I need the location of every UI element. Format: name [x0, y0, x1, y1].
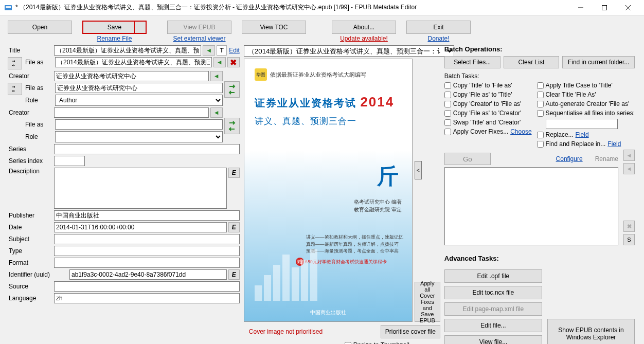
- title-fileas-copy-button[interactable]: ◄: [213, 57, 226, 67]
- description-input[interactable]: [54, 168, 227, 209]
- type-label: Type: [8, 247, 54, 255]
- save-button[interactable]: Save: [82, 21, 147, 34]
- subject-label: Subject: [8, 236, 54, 243]
- chk-copy-fileas-title[interactable]: [444, 92, 451, 98]
- link-row: Rename File Set external viewer Update a…: [0, 35, 644, 45]
- cover-panel: （2014最新版）证券业从业资格考试讲义、真题、预测三合一：讠 华图 依据最新证…: [244, 45, 440, 344]
- title-label: Title: [8, 47, 54, 54]
- creator2-swap-button[interactable]: [224, 118, 240, 134]
- chk-copy-creator-fileas[interactable]: [444, 101, 451, 107]
- sequentialise-input[interactable]: [546, 119, 618, 129]
- log-left2-button[interactable]: ◄: [623, 163, 635, 174]
- metadata-form: Title ◄ T Edit File as ◄ ✖: [8, 45, 240, 344]
- chk-copy-fileas-creator[interactable]: [444, 110, 451, 117]
- edit-toc-button[interactable]: Edit toc.ncx file: [444, 286, 542, 299]
- edit-file-button[interactable]: Edit file...: [444, 319, 542, 332]
- date-input[interactable]: [54, 222, 227, 232]
- type-input[interactable]: [54, 246, 240, 256]
- configure-link[interactable]: Configure: [556, 155, 583, 162]
- series-index-input[interactable]: [54, 156, 85, 166]
- subject-input[interactable]: [54, 234, 240, 244]
- findreplace-field-link[interactable]: Field: [607, 140, 621, 148]
- creator1-swap-button[interactable]: [224, 81, 240, 98]
- resize-thumbnail-checkbox[interactable]: [345, 342, 351, 345]
- chk-replace[interactable]: [537, 132, 544, 138]
- title-edit-link[interactable]: Edit: [229, 47, 240, 54]
- title-fileas-delete-button[interactable]: ✖: [227, 57, 240, 67]
- chk-swap-title-creator[interactable]: [444, 119, 451, 126]
- set-external-viewer-link[interactable]: Set external viewer: [167, 35, 231, 42]
- creator1-fileas-label: File as: [24, 84, 55, 92]
- choose-link[interactable]: Choose: [510, 128, 531, 135]
- chk-apply-cover-fixes[interactable]: [444, 129, 451, 135]
- clear-list-button[interactable]: Clear List: [504, 56, 560, 68]
- creator2-role-select[interactable]: [55, 131, 223, 142]
- format-input[interactable]: [54, 258, 240, 268]
- series-input[interactable]: [54, 144, 240, 154]
- go-button[interactable]: Go: [444, 153, 491, 165]
- title-fileas-input[interactable]: [55, 57, 212, 67]
- cover-brand-text: 依据最新证券业从业资格考试大纲编写: [270, 71, 366, 79]
- series-index-label: Series index: [8, 157, 54, 165]
- chk-clear-title-fileas[interactable]: [537, 92, 544, 98]
- language-label: Language: [8, 295, 54, 302]
- log-x-button[interactable]: ✖: [623, 221, 635, 232]
- title-copy-button[interactable]: ◄: [203, 45, 215, 56]
- chk-title-case[interactable]: [537, 82, 544, 89]
- publisher-input[interactable]: [54, 210, 240, 221]
- replace-field-link[interactable]: Field: [576, 131, 589, 138]
- about-button[interactable]: About...: [332, 21, 396, 34]
- source-input[interactable]: [54, 281, 240, 292]
- advanced-heading: Advanced Tasks:: [444, 255, 635, 262]
- creator2-copy-button[interactable]: ◄: [210, 107, 223, 118]
- view-file-button[interactable]: View file...: [444, 335, 542, 344]
- creator1-fileas-input[interactable]: [55, 83, 223, 93]
- batch-heading: Batch Operations:: [444, 45, 635, 53]
- chk-copy-title-fileas[interactable]: [444, 82, 451, 89]
- title-t-button[interactable]: T: [217, 45, 227, 56]
- creator1-input[interactable]: [54, 71, 209, 81]
- chk-find-replace[interactable]: [537, 141, 544, 148]
- creator2-input[interactable]: [54, 107, 209, 118]
- prioritise-cover-button[interactable]: Prioritise cover file: [381, 325, 440, 338]
- show-contents-button[interactable]: Show EPUB contents in Windows Explorer: [547, 319, 635, 344]
- edit-opf-button[interactable]: Edit .opf file: [444, 269, 542, 283]
- exit-button[interactable]: Exit: [406, 21, 471, 34]
- file-selector[interactable]: （2014最新版）证券业从业资格考试讲义、真题、预测三合一：讠: [244, 45, 454, 57]
- open-button[interactable]: Open: [8, 21, 72, 34]
- title-input[interactable]: [54, 45, 201, 56]
- creator1-role-select[interactable]: Author: [55, 95, 223, 106]
- log-s-button[interactable]: S: [623, 234, 635, 245]
- creator1-copy-button[interactable]: ◄: [210, 71, 223, 81]
- apply-all-cover-fixes-button[interactable]: Apply all Cover Fixes and Save EPUB: [415, 282, 440, 322]
- close-button[interactable]: [616, 0, 640, 15]
- chk-sequentialise[interactable]: [537, 110, 544, 117]
- update-available-link[interactable]: Update available!: [332, 35, 396, 42]
- cover-glyph: 斤: [377, 162, 399, 191]
- creator2-label: Creator: [8, 109, 54, 116]
- title-reorder-button[interactable]: [8, 57, 22, 69]
- chk-autogen-creator-fileas[interactable]: [537, 101, 544, 107]
- creator2-fileas-label: File as: [24, 121, 55, 128]
- find-in-folder-button[interactable]: Find in current folder...: [562, 56, 635, 68]
- log-textarea[interactable]: [444, 167, 618, 245]
- creator2-fileas-input[interactable]: [55, 119, 223, 130]
- donate-link[interactable]: Donate!: [406, 35, 471, 42]
- creator1-role-label: Role: [24, 97, 55, 104]
- language-input[interactable]: [54, 293, 240, 303]
- view-epub-button[interactable]: View EPUB: [167, 21, 231, 34]
- collapse-handle[interactable]: <: [415, 161, 422, 179]
- identifier-e-button[interactable]: E: [228, 269, 240, 280]
- view-toc-button[interactable]: View TOC: [242, 21, 306, 34]
- creator1-reorder-button[interactable]: [8, 83, 22, 95]
- log-left-button[interactable]: ◄: [623, 150, 635, 161]
- minimize-button[interactable]: [569, 0, 593, 15]
- date-e-button[interactable]: E: [228, 222, 240, 232]
- svg-rect-4: [602, 5, 607, 10]
- rename-file-link[interactable]: Rename File: [82, 35, 147, 42]
- select-files-button[interactable]: Select Files...: [444, 56, 500, 68]
- description-e-button[interactable]: E: [228, 168, 240, 178]
- maximize-button[interactable]: [593, 0, 616, 15]
- edit-pagemap-button[interactable]: Edit page-map.xml file: [444, 302, 542, 316]
- identifier-input[interactable]: [69, 269, 227, 280]
